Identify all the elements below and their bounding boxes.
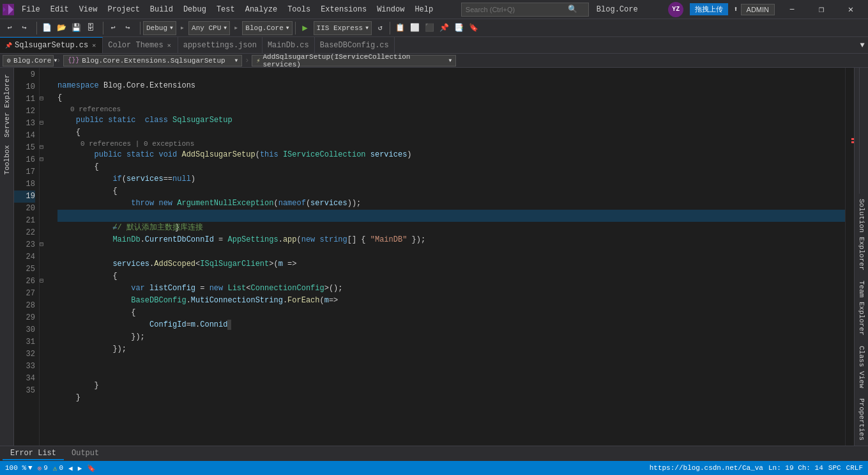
right-sidebar-expand[interactable] [859, 68, 864, 194]
namespace-nav-dropdown[interactable]: {}} Blog.Core.Extensions.SqlsugarSetup ▼ [63, 55, 242, 66]
tab-maindb[interactable]: MainDb.cs [263, 37, 315, 53]
tab-spacer [395, 37, 857, 53]
menu-file[interactable]: File [17, 4, 45, 15]
menu-help[interactable]: Help [409, 4, 438, 15]
breadcrumb-sep1: › [56, 56, 61, 65]
code-line: public static void AddSqlsugarSetup(this… [57, 149, 845, 161]
nav-forward-icon: ▶ [78, 464, 82, 472]
code-line: throw new ArgumentNullException(nameof(s… [57, 198, 845, 210]
chevron-down-icon: ▼ [170, 25, 173, 31]
menu-bar: File Edit View Project Build Debug Test … [17, 4, 438, 15]
code-folding-margin: ⊟ ⊟ ⊟ ⊟ ⊟ ⊟ [40, 68, 49, 335]
error-count[interactable]: ⊗ 9 [38, 464, 48, 472]
misc-btn1[interactable]: 📋 [393, 21, 407, 35]
code-editor-wrapper: ✦ ✦ ✦ 9 10 11 12 13 14 15 [14, 68, 854, 446]
platform-dropdown[interactable]: Any CPU ▼ [188, 21, 230, 35]
misc-btn6[interactable]: 🔖 [466, 21, 480, 35]
tab-colorthemes[interactable]: Color Themes ✕ [103, 37, 178, 53]
zoom-value: 100 % [5, 464, 26, 472]
menu-test[interactable]: Test [211, 4, 240, 15]
code-line: } [57, 392, 845, 404]
undo-button[interactable]: ↩ [3, 21, 17, 35]
menu-build[interactable]: Build [145, 4, 178, 15]
code-area[interactable]: ⊟ ⊟ ⊟ ⊟ ⊟ ⊟ [40, 68, 845, 446]
tab-label5: BaseDBConfig.cs [320, 41, 389, 50]
misc-btn4[interactable]: 📌 [437, 21, 451, 35]
misc-btn3[interactable]: ⬛ [422, 21, 436, 35]
tab-sqlsugarsetup[interactable]: 📌 SqlsugarSetup.cs ✕ [0, 37, 103, 53]
class-view-tab[interactable]: Class View [857, 341, 867, 393]
tab-label2: Color Themes [108, 41, 163, 50]
menu-window[interactable]: Window [372, 4, 409, 15]
scroll-indicator[interactable] [845, 68, 854, 446]
redo-btn2[interactable]: ↪ [121, 21, 135, 35]
error-list-tab[interactable]: Error List [3, 448, 64, 460]
status-url[interactable]: https://blog.csdn.net/Ca_va [650, 464, 763, 472]
run-button[interactable]: ▶ [298, 21, 312, 35]
menu-analyze[interactable]: Analyze [240, 4, 282, 15]
menu-edit[interactable]: Edit [45, 4, 74, 15]
zoom-dropdown-icon[interactable]: ▼ [28, 464, 33, 472]
code-line: ConfigId=m.Connid [57, 319, 845, 331]
nav-back[interactable]: ◀ [68, 464, 73, 472]
admin-button[interactable]: ADMIN [741, 4, 775, 15]
project-nav-label: Blog.Core [13, 57, 51, 65]
misc-btn5[interactable]: 📑 [452, 21, 466, 35]
menu-extensions[interactable]: Extensions [316, 4, 372, 15]
scroll-error-marker [851, 138, 854, 140]
debug-config-dropdown[interactable]: Debug ▼ [143, 21, 176, 35]
menu-view[interactable]: View [74, 4, 103, 15]
refresh-button[interactable]: ↺ [373, 21, 387, 35]
run-config-dropdown[interactable]: IIS Express ▼ [314, 21, 372, 35]
error-icon: ⊗ [38, 464, 42, 472]
tab-appsettings[interactable]: appsettings.json [178, 37, 263, 53]
save-all-button[interactable]: 🗄 [84, 21, 98, 35]
nav-back-icon: ◀ [68, 464, 73, 472]
open-button[interactable]: 📂 [54, 21, 68, 35]
undo-btn2[interactable]: ↩ [106, 21, 120, 35]
code-line: services.AddScoped<ISqlSugarClient>(m => [57, 258, 845, 270]
solution-explorer-tab[interactable]: Solution Explorer [857, 194, 867, 276]
restore-button[interactable]: ❐ [807, 0, 836, 19]
tab-scroll-btn[interactable]: ▼ [857, 37, 868, 54]
nav-forward[interactable]: ▶ [78, 464, 82, 472]
project-dropdown[interactable]: Blog.Core ▼ [242, 21, 292, 35]
code-line: { [57, 270, 845, 283]
encoding-indicator[interactable]: SPC [828, 464, 841, 472]
redo-button[interactable]: ↪ [17, 21, 31, 35]
search-box[interactable]: 🔍 [461, 3, 589, 17]
warning-count[interactable]: ⚠ 0 [53, 464, 63, 472]
team-explorer-tab[interactable]: Team Explorer [857, 276, 867, 341]
tab-close-icon2[interactable]: ✕ [166, 42, 172, 49]
nav-bar: ⚙ Blog.Core ▼ › {}} Blog.Core.Extensions… [0, 54, 868, 68]
code-line [57, 368, 845, 380]
new-project-button[interactable]: 📄 [40, 21, 54, 35]
menu-tools[interactable]: Tools [282, 4, 316, 15]
tab-label4: MainDb.cs [268, 41, 309, 50]
member-nav-dropdown[interactable]: ⚡ AddSqlsugarSetup(IServiceCollection se… [252, 55, 456, 66]
close-button[interactable]: ✕ [836, 0, 865, 19]
bottom-tabs: Error List Output [0, 446, 868, 461]
ref-count-line2: 0 references | 0 exceptions [57, 139, 845, 149]
tab-close-icon[interactable]: ✕ [91, 42, 97, 49]
zoom-indicator[interactable]: 100 % ▼ [5, 464, 33, 472]
project-nav-dropdown[interactable]: ⚙ Blog.Core ▼ [3, 55, 54, 66]
bookmark-icon[interactable]: 🔖 [87, 464, 96, 472]
search-input[interactable] [466, 6, 568, 13]
code-line: }); [57, 343, 845, 355]
line-ending-indicator[interactable]: CRLF [846, 464, 863, 472]
tab-basedbconfig[interactable]: BaseDBConfig.cs [315, 37, 395, 53]
minimize-button[interactable]: − [777, 0, 807, 19]
output-tab[interactable]: Output [64, 448, 107, 460]
code-line: { [57, 127, 845, 139]
server-explorer-tab[interactable]: Server Explorer [2, 70, 12, 141]
properties-tab[interactable]: Properties [857, 393, 867, 446]
misc-btn2[interactable]: ⬜ [407, 21, 422, 35]
menu-project[interactable]: Project [102, 4, 144, 15]
upload-button[interactable]: 拖拽上传 [690, 3, 728, 15]
save-button[interactable]: 💾 [69, 21, 83, 35]
toolbox-tab[interactable]: Toolbox [2, 141, 12, 178]
editor-container[interactable]: ✦ ✦ ✦ 9 10 11 12 13 14 15 [14, 68, 854, 446]
project-icon: ⚙ [7, 57, 11, 65]
menu-debug[interactable]: Debug [178, 4, 211, 15]
